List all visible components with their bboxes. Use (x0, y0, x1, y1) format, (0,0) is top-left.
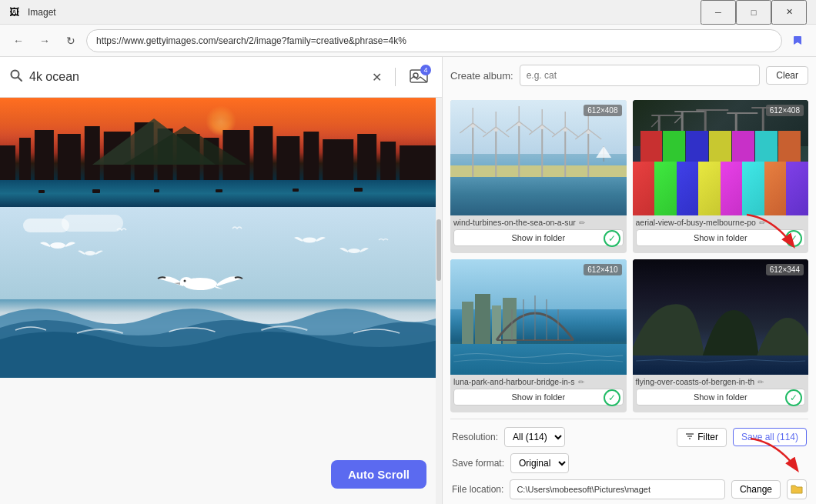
scroll-indicator (436, 98, 442, 504)
svg-line-44 (506, 122, 519, 132)
clear-button[interactable]: Clear (766, 66, 808, 85)
svg-point-28 (303, 238, 316, 243)
app-icon: 🖼 (9, 6, 22, 18)
album-label: Create album: (450, 70, 513, 82)
grid-item-1[interactable]: 612×408 ✓ wind-turbines-on-the-sea-on-a-… (450, 100, 627, 253)
scroll-thumb[interactable] (436, 219, 441, 281)
svg-rect-4 (0, 145, 15, 184)
svg-line-55 (565, 127, 578, 137)
svg-rect-19 (357, 134, 376, 184)
image-search-badge: 4 (420, 65, 431, 75)
window-controls: ─ □ ✕ (701, 0, 807, 25)
turbine-image (450, 100, 627, 215)
change-button[interactable]: Change (731, 480, 781, 499)
grid-badge-4: 612×344 (766, 264, 804, 275)
svg-rect-18 (323, 139, 353, 184)
svg-line-60 (588, 129, 601, 139)
image-preview-2 (0, 207, 442, 378)
image-preview-1 (0, 98, 442, 207)
svg-point-29 (85, 251, 95, 255)
url-bar[interactable] (86, 29, 782, 52)
search-icon (9, 68, 23, 85)
left-panel: ✕ 4 (0, 57, 443, 504)
main-layout: ✕ 4 (0, 57, 816, 504)
svg-line-54 (552, 127, 565, 137)
format-label: Save format: (452, 458, 504, 469)
show-in-folder-4[interactable]: Show in folder (636, 389, 806, 406)
folder-button[interactable] (787, 479, 807, 499)
edit-icon-4[interactable]: ✏ (757, 378, 764, 386)
maximize-button[interactable]: □ (736, 0, 771, 25)
browser-bar: ← → ↻ (0, 25, 816, 57)
grid-name-2: aerial-view-of-busy-melbourne-po ✏ (633, 215, 809, 227)
edit-icon-1[interactable]: ✏ (579, 219, 585, 227)
svg-line-1 (18, 78, 22, 82)
grid-badge-1: 612×408 (584, 105, 621, 116)
search-bar: ✕ 4 (0, 57, 442, 98)
svg-line-45 (519, 122, 532, 132)
right-panel: Create album: Clear (443, 57, 816, 504)
svg-line-35 (473, 123, 486, 133)
filter-label: Filter (697, 432, 718, 442)
search-divider (395, 68, 396, 86)
svg-line-50 (542, 125, 555, 135)
back-button[interactable]: ← (8, 30, 29, 52)
svg-line-49 (529, 125, 542, 135)
forward-button[interactable]: → (34, 30, 55, 52)
show-in-folder-2[interactable]: Show in folder (636, 229, 806, 246)
svg-marker-62 (596, 146, 611, 158)
image-grid: 612×408 ✓ wind-turbines-on-the-sea-on-a-… (450, 100, 808, 412)
svg-rect-20 (380, 142, 396, 184)
grid-badge-3: 612×410 (584, 264, 621, 275)
svg-rect-6 (35, 130, 54, 184)
edit-icon-2[interactable]: ✏ (759, 219, 765, 227)
resolution-select[interactable]: All (114) (504, 427, 565, 447)
images-area[interactable] (0, 98, 442, 504)
svg-rect-17 (303, 132, 319, 184)
grid-item-3[interactable]: 612×410 ✓ luna-park-and-harbour-bridge-i… (450, 259, 627, 412)
auto-scroll-button[interactable]: Auto Scroll (331, 460, 426, 489)
close-button[interactable]: ✕ (771, 0, 807, 25)
filter-button[interactable]: Filter (677, 428, 727, 447)
svg-rect-76 (475, 294, 490, 348)
show-in-folder-1[interactable]: Show in folder (453, 229, 624, 246)
grid-item-2[interactable]: 612×408 ✓ aerial-view-of-busy-melbourne-… (633, 100, 809, 253)
port-image (633, 100, 809, 215)
grid-item-4[interactable]: 612×344 ✓ flying-over-coasts-of-bergen-i… (633, 259, 809, 412)
bottom-controls: Resolution: All (114) Filter Save (450, 419, 808, 504)
grid-check-4: ✓ (785, 389, 802, 406)
grid-badge-2: 612×408 (766, 105, 804, 116)
refresh-button[interactable]: ↻ (60, 30, 82, 52)
search-input[interactable] (29, 70, 361, 84)
edit-icon-3[interactable]: ✏ (578, 378, 584, 386)
svg-point-30 (348, 249, 360, 253)
svg-rect-5 (19, 138, 31, 184)
resolution-label: Resolution: (452, 432, 498, 442)
grid-name-4: flying-over-coasts-of-bergen-in-th ✏ (633, 375, 809, 386)
svg-point-27 (50, 242, 65, 249)
file-location-label: File location: (452, 484, 503, 495)
file-location-input[interactable] (510, 479, 725, 499)
bergen-image (633, 259, 809, 375)
svg-rect-15 (253, 126, 273, 184)
minimize-button[interactable]: ─ (701, 0, 736, 25)
bookmark-button[interactable] (787, 30, 808, 52)
svg-point-26 (184, 280, 186, 282)
album-bar: Create album: Clear (450, 65, 808, 92)
svg-point-25 (180, 277, 192, 286)
show-in-folder-3[interactable]: Show in folder (453, 389, 624, 406)
file-location-row: File location: Change (450, 476, 808, 504)
grid-check-1: ✓ (604, 230, 620, 247)
svg-rect-16 (276, 136, 299, 184)
resolution-row: Resolution: All (114) Filter Save (450, 424, 808, 450)
harbour-image (450, 259, 627, 375)
album-input[interactable] (520, 65, 761, 86)
svg-rect-7 (58, 134, 81, 184)
image-search-button[interactable]: 4 (405, 63, 433, 91)
search-clear-button[interactable]: ✕ (367, 68, 386, 86)
save-all-button[interactable]: Save all (114) (733, 428, 807, 446)
format-row: Save format: Original (450, 450, 808, 476)
titlebar: 🖼 Imaget ─ □ ✕ (0, 0, 816, 25)
format-select[interactable]: Original (510, 453, 569, 473)
svg-line-59 (575, 129, 588, 139)
